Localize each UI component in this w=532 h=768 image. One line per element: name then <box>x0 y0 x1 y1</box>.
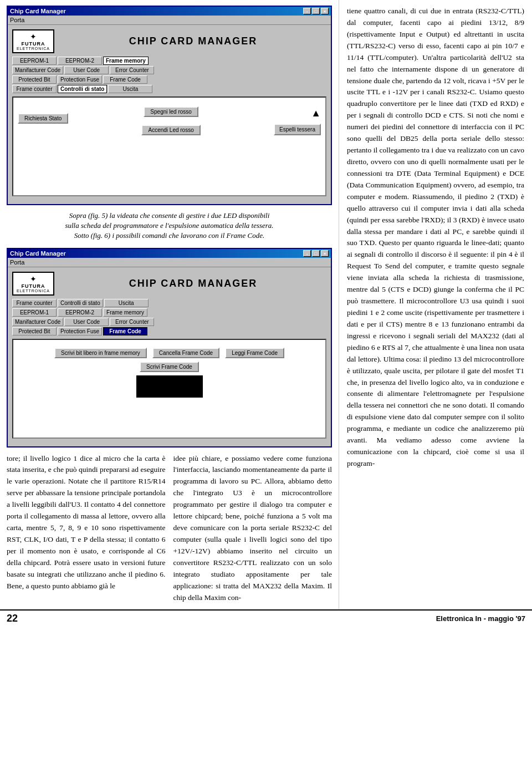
logo-futura-text-2: FUTURA <box>22 283 45 289</box>
accendi-led-button[interactable]: Accendi Led rosso <box>141 125 200 135</box>
left-column: Chip Card Manager - □ × Porta ✦ FUTURA E… <box>0 0 339 609</box>
tab-error-counter[interactable]: Error Counter <box>110 66 154 74</box>
caption-1-line1: Sopra (fig. 5) la videata che consente d… <box>69 211 270 220</box>
star-icon-1: ✦ <box>30 32 37 41</box>
logo-elettronica-text-2: ELETTRONICA <box>17 289 50 293</box>
dialog-1-content-row: Richiesta Stato Spegni led rosso Accendi… <box>18 102 321 135</box>
tab2-protection-fuse[interactable]: Protection Fuse <box>58 327 102 335</box>
publication-name: Elettronica In - maggio '97 <box>436 614 525 623</box>
tab2-controlli[interactable]: Controlli di stato <box>58 299 103 307</box>
scrivi-libero-button[interactable]: Scrivi bit libero in frame memory <box>54 348 147 358</box>
tab-eeprom2[interactable]: EEPROM-2 <box>58 57 102 65</box>
tab-protected-bit[interactable]: Protected Bit <box>12 75 57 84</box>
menu-porta-2[interactable]: Porta <box>10 259 24 266</box>
tab2-eeprom1[interactable]: EEPROM-1 <box>12 308 57 317</box>
chip-card-main-title-2: CHIP CARD MANAGER <box>60 278 326 289</box>
tab2-manifacturer[interactable]: Manifacturer Code <box>12 318 63 326</box>
dialog-2-inner-panel: Scrivi bit libero in frame memory Cancel… <box>12 339 326 439</box>
black-rect-container <box>18 375 321 398</box>
dialog-1-body: ✦ FUTURA ELETTRONICA CHIP CARD MANAGER E… <box>8 25 331 204</box>
tab-eeprom1[interactable]: EEPROM-1 <box>12 57 57 65</box>
black-display-rect <box>136 375 203 398</box>
logo-area-2: ✦ FUTURA ELETTRONICA CHIP CARD MANAGER <box>12 272 326 296</box>
cancella-button[interactable]: Cancella Frame Code <box>152 348 219 358</box>
logo-area-1: ✦ FUTURA ELETTRONICA CHIP CARD MANAGER <box>12 29 326 53</box>
tab-user-code[interactable]: User Code <box>64 66 109 74</box>
espelli-tessera-button[interactable]: Espelli tessera <box>274 124 321 135</box>
tab-row-2c: Manifacturer Code User Code Error Counte… <box>12 318 326 326</box>
maximize-button-2[interactable]: □ <box>312 250 320 257</box>
right-column-text: tiene quattro canali, di cui due in entr… <box>347 6 524 470</box>
dialog-1-title: Chip Card Manager <box>10 8 66 14</box>
dialog-2-controls: - □ × <box>303 250 329 257</box>
dialog-2-menubar: Porta <box>8 258 331 267</box>
dialog-2-body: ✦ FUTURA ELETTRONICA CHIP CARD MANAGER F… <box>8 267 331 446</box>
right-btn-group: ▲ Espelli tessera <box>274 102 321 135</box>
caption-1-line3: Sotto (fig. 6) i possibili comandi che l… <box>74 231 264 240</box>
maximize-button[interactable]: □ <box>312 8 320 14</box>
tab2-error-counter[interactable]: Error Counter <box>110 318 154 326</box>
frame-code-btn-row-2: Scrivi Frame Code <box>18 362 321 372</box>
bottom-col-1: tore; il livello logico 1 dice al micro … <box>7 453 166 604</box>
richiesta-stato-button[interactable]: Richiesta Stato <box>18 113 68 124</box>
tab2-frame-memory[interactable]: Frame memory <box>103 308 147 317</box>
tab-row-1b: Manifacturer Code User Code Error Counte… <box>12 66 326 74</box>
close-button[interactable]: × <box>321 8 329 14</box>
tab-frame-counter[interactable]: Frame counter <box>12 85 57 93</box>
futura-logo-2: ✦ FUTURA ELETTRONICA <box>12 272 54 296</box>
tab-uscita[interactable]: Uscita <box>108 85 152 93</box>
tab2-uscita[interactable]: Uscita <box>104 299 149 307</box>
caption-1: Sopra (fig. 5) la videata che consente d… <box>7 211 332 241</box>
spegni-led-button[interactable]: Spegni led rosso <box>144 106 198 117</box>
dialog-2-titlebar: Chip Card Manager - □ × <box>8 249 331 258</box>
page-footer: 22 Elettronica In - maggio '97 <box>0 609 532 627</box>
tab-row-2a: Frame counter Controlli di stato Uscita <box>12 299 326 307</box>
tab-protection-fuse[interactable]: Protection Fuse <box>58 75 102 84</box>
tab2-frame-code-active[interactable]: Frame Code <box>103 327 147 335</box>
tab2-protected-bit[interactable]: Protected Bit <box>12 327 57 335</box>
tab-row-2d: Protected Bit Protection Fuse Frame Code <box>12 327 326 335</box>
bottom-col-1-text: tore; il livello logico 1 dice al micro … <box>7 453 166 592</box>
bottom-text-section: tore; il livello logico 1 dice al micro … <box>7 453 332 604</box>
right-column: tiene quattro canali, di cui due in entr… <box>339 0 532 609</box>
futura-logo-1: ✦ FUTURA ELETTRONICA <box>12 29 54 53</box>
frame-code-btn-row-1: Scrivi bit libero in frame memory Cancel… <box>18 348 321 358</box>
tab2-eeprom2[interactable]: EEPROM-2 <box>58 308 102 317</box>
close-button-2[interactable]: × <box>321 250 329 257</box>
tab-row-1c: Protected Bit Protection Fuse Frame Code <box>12 75 326 84</box>
left-btn-group: Richiesta Stato <box>18 102 68 124</box>
logo-elettronica-text-1: ELETTRONICA <box>17 47 50 50</box>
scrivi-button[interactable]: Scrivi Frame Code <box>140 362 199 372</box>
menu-porta[interactable]: Porta <box>10 17 24 23</box>
dialog-1-titlebar: Chip Card Manager - □ × <box>8 7 331 16</box>
tab2-frame-counter[interactable]: Frame counter <box>12 299 57 307</box>
dialog-1: Chip Card Manager - □ × Porta ✦ FUTURA E… <box>7 6 332 205</box>
dialog-1-controls: - □ × <box>303 8 329 14</box>
logo-futura-text-1: FUTURA <box>22 41 45 47</box>
eject-up-icon: ▲ <box>311 108 321 119</box>
tab-manifacturer[interactable]: Manifacturer Code <box>12 66 63 74</box>
center-btn-group: Spegni led rosso Accendi Led rosso <box>68 102 274 135</box>
minimize-button[interactable]: - <box>303 8 311 14</box>
dialog-2-title: Chip Card Manager <box>10 250 66 257</box>
bottom-col-2-text: idee più chiare, e possiamo vedere come … <box>173 453 332 604</box>
bottom-col-2: idee più chiare, e possiamo vedere come … <box>173 453 332 604</box>
chip-card-main-title-1: CHIP CARD MANAGER <box>60 35 326 47</box>
tab2-user-code[interactable]: User Code <box>64 318 109 326</box>
dialog-1-menubar: Porta <box>8 16 331 25</box>
leggi-button[interactable]: Leggi Frame Code <box>225 348 284 358</box>
tab-frame-memory[interactable]: Frame memory <box>103 57 149 65</box>
dialog-1-inner-panel: Richiesta Stato Spegni led rosso Accendi… <box>12 96 326 196</box>
dialog-2: Chip Card Manager - □ × Porta ✦ FUTURA E… <box>7 248 332 447</box>
star-icon-2: ✦ <box>30 274 37 283</box>
tab-frame-code-1[interactable]: Frame Code <box>103 75 147 84</box>
tab-controlli[interactable]: Controlli di stato <box>58 85 107 93</box>
tab-row-1d: Frame counter Controlli di stato Uscita <box>12 85 326 93</box>
caption-1-line2: sulla scheda del programmatore e l'espul… <box>65 221 273 230</box>
tab-row-1a: EEPROM-1 EEPROM-2 Frame memory <box>12 57 326 65</box>
minimize-button-2[interactable]: - <box>303 250 311 257</box>
page-number: 22 <box>7 613 18 624</box>
tab-row-2b: EEPROM-1 EEPROM-2 Frame memory <box>12 308 326 317</box>
